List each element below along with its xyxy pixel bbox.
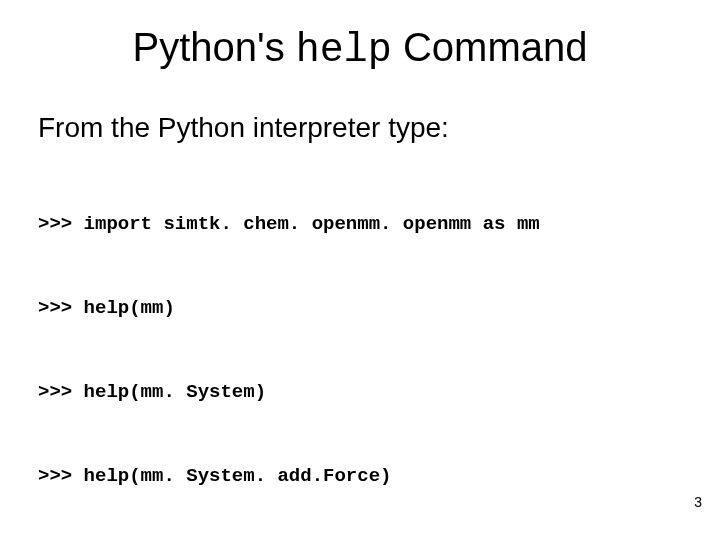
code-text: help(mm. System. add.Force) [84,465,392,487]
code-line: >>> help(mm. System. add.Force) [38,462,540,490]
title-suffix: Command [392,25,588,69]
code-text: help(mm. System) [84,381,266,403]
prompt: >>> [38,381,84,403]
slide: Python's help Command From the Python in… [0,0,720,540]
slide-title: Python's help Command [0,25,720,73]
slide-subtitle: From the Python interpreter type: [38,112,449,144]
code-line: >>> help(mm. System) [38,378,540,406]
code-text: import simtk. chem. openmm. openmm as mm [84,213,540,235]
code-text: help(mm) [84,297,175,319]
code-line: >>> import simtk. chem. openmm. openmm a… [38,210,540,238]
page-number: 3 [694,494,702,510]
prompt: >>> [38,465,84,487]
code-block: >>> import simtk. chem. openmm. openmm a… [38,154,540,540]
title-mono: help [296,28,392,73]
prompt: >>> [38,297,84,319]
title-prefix: Python's [133,25,296,69]
prompt: >>> [38,213,84,235]
code-line: >>> help(mm) [38,294,540,322]
